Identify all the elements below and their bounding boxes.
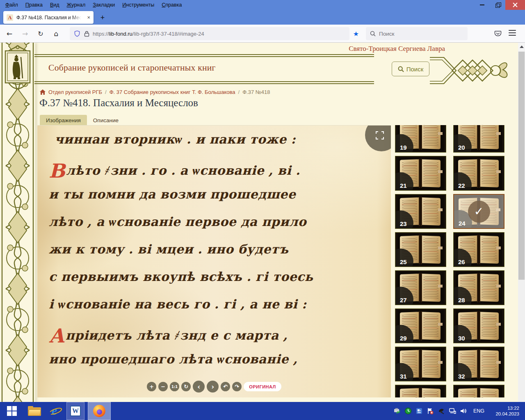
page-number: 20 xyxy=(458,144,465,151)
page-number: 21 xyxy=(400,182,407,189)
content-tab[interactable]: Описание xyxy=(87,115,125,126)
web-page: Свято-Троицкая Сергиева Лавра Собрание р… xyxy=(0,43,525,402)
manuscript-viewer[interactable]: чиннан вторникѡ . и паки тоже :Влѣто ҂зн… xyxy=(37,125,391,397)
fullscreen-button[interactable] xyxy=(365,125,391,151)
audio-manager-icon[interactable] xyxy=(438,407,445,415)
page-number: 23 xyxy=(400,220,407,227)
manuscript-line: чиннан вторникѡ . и паки тоже : xyxy=(55,132,313,160)
task-scheduler-icon[interactable] xyxy=(404,407,412,415)
page-number: 27 xyxy=(400,297,407,304)
taskbar-word[interactable]: W xyxy=(66,402,84,420)
restore-button[interactable] xyxy=(490,0,505,10)
undo-button[interactable]: ↶ xyxy=(221,382,230,391)
browser-tab[interactable]: А Ф.37 №418. Пасхалия и Месяц × xyxy=(3,11,94,24)
new-tab-button[interactable]: + xyxy=(97,12,108,23)
scrollbar-thumb[interactable] xyxy=(518,52,525,280)
menu-item[interactable]: Файл xyxy=(2,1,22,9)
prev-page-button[interactable]: ‹ xyxy=(193,381,205,393)
taskbar-file-explorer[interactable] xyxy=(24,402,45,420)
breadcrumb-link[interactable]: Ф. 37 Собрание рукописных книг Т. Ф. Бол… xyxy=(110,89,235,95)
app-menu-icon[interactable] xyxy=(509,30,516,36)
language-bar-icon[interactable] xyxy=(415,407,423,415)
window-controls xyxy=(474,0,525,10)
rotate-button[interactable]: ↻ xyxy=(181,382,191,391)
reload-button[interactable]: ↻ xyxy=(34,28,47,39)
forward-button[interactable]: → xyxy=(19,28,31,39)
back-button[interactable]: ← xyxy=(3,28,16,39)
band-line xyxy=(34,81,374,82)
thumbnail[interactable]: 19 xyxy=(395,125,446,153)
thumbnail[interactable]: 22 xyxy=(453,156,504,191)
tab-close-icon[interactable]: × xyxy=(87,15,90,20)
lock-icon[interactable] xyxy=(84,31,89,37)
original-button[interactable]: ОРИГИНАЛ xyxy=(244,382,281,391)
thumbnail[interactable]: 20 xyxy=(453,125,504,153)
thumbnail[interactable]: 32 xyxy=(453,347,504,381)
thumbnail[interactable]: 24 ✓ xyxy=(453,194,504,229)
action-center-flag-icon[interactable] xyxy=(427,407,434,415)
page-title: Ф.37 №418. Пасхалия и Месяцеслов xyxy=(39,97,198,109)
redo-button[interactable]: ↷ xyxy=(232,382,242,391)
zoom-out-button[interactable]: − xyxy=(158,382,168,391)
breadcrumb-link[interactable]: Ф.37 №418 xyxy=(242,89,270,95)
thumbnail-panel: 19 20 21 22 23 24 ✓ 25 xyxy=(395,125,511,397)
menu-item[interactable]: Вид xyxy=(46,1,63,9)
menu-item[interactable]: Закладки xyxy=(89,1,119,9)
search-icon xyxy=(370,31,376,37)
zoom-actual-button[interactable]: 1:1 xyxy=(170,382,179,391)
page-number: 22 xyxy=(458,182,465,189)
site-search-button[interactable]: Поиск xyxy=(392,62,429,76)
home-icon[interactable] xyxy=(40,89,46,95)
taskbar-clock[interactable]: 13:22 20.04.2023 xyxy=(491,405,519,417)
close-button[interactable] xyxy=(505,0,525,10)
firefox-icon xyxy=(93,405,105,417)
shield-icon[interactable] xyxy=(74,30,80,37)
check-icon: ✓ xyxy=(474,205,484,218)
thumbnail[interactable]: 29 xyxy=(395,308,446,343)
ornamental-border xyxy=(0,43,35,402)
browser-search-field[interactable]: Поиск xyxy=(366,27,468,40)
manuscript-line: і ѡснованіе на весь го . гі , а не ві : xyxy=(49,297,313,324)
taskbar-firefox[interactable] xyxy=(88,402,111,420)
search-placeholder: Поиск xyxy=(379,31,394,37)
thumbnail[interactable]: 21 xyxy=(395,156,446,191)
next-page-button[interactable]: › xyxy=(207,381,219,393)
start-button[interactable] xyxy=(0,402,24,420)
page-number: 28 xyxy=(458,297,465,304)
thumbnail[interactable]: 25 xyxy=(395,232,446,267)
content-tab[interactable]: Изображения xyxy=(40,115,87,126)
zoom-in-button[interactable]: + xyxy=(147,382,156,391)
network-icon[interactable] xyxy=(449,407,456,415)
home-button[interactable]: ⌂ xyxy=(50,28,62,39)
pocket-icon[interactable] xyxy=(494,30,502,37)
taskbar-internet-explorer[interactable]: e xyxy=(45,402,66,420)
thumbnail[interactable]: 30 xyxy=(453,308,504,343)
band-line xyxy=(34,83,374,84)
clock-date: 20.04.2023 xyxy=(491,411,519,417)
safely-remove-hardware-icon[interactable] xyxy=(393,407,401,415)
menu-item[interactable]: Журнал xyxy=(63,1,89,9)
menu-item[interactable]: Правка xyxy=(22,1,46,9)
thumbnail[interactable]: 31 xyxy=(395,347,446,381)
thumbnail[interactable]: 23 xyxy=(395,194,446,229)
address-bar[interactable]: https://lib-fond.ru/lib-rgb/37/f-37-418/… xyxy=(70,27,349,40)
thumbnail[interactable]: 27 xyxy=(395,270,446,305)
tab-title: Ф.37 №418. Пасхалия и Месяц xyxy=(16,15,81,21)
volume-icon[interactable] xyxy=(460,407,467,415)
breadcrumb-link[interactable]: Отдел рукописей РГБ xyxy=(48,89,102,95)
thumbnail[interactable]: 26 xyxy=(453,232,504,267)
illuminated-initial: А xyxy=(49,324,65,347)
thumbnail[interactable]: 28 xyxy=(453,270,504,305)
language-indicator[interactable]: ENG xyxy=(473,408,484,414)
site-title[interactable]: Собрание рукописей и старопечатных книг xyxy=(48,63,216,73)
page-number: 26 xyxy=(458,258,465,265)
menu-item[interactable]: Инструменты xyxy=(119,1,158,9)
manuscript-line: и ты помни да возми прошедшее xyxy=(49,187,313,215)
site-logo[interactable] xyxy=(2,45,33,90)
thumbnail[interactable] xyxy=(453,385,504,397)
menu-item[interactable]: Справка xyxy=(158,1,185,9)
minimize-button[interactable] xyxy=(474,0,490,10)
thumbnail[interactable] xyxy=(395,385,446,397)
bookmark-star-icon[interactable]: ★ xyxy=(350,28,362,39)
scroll-up-button[interactable] xyxy=(518,43,525,51)
